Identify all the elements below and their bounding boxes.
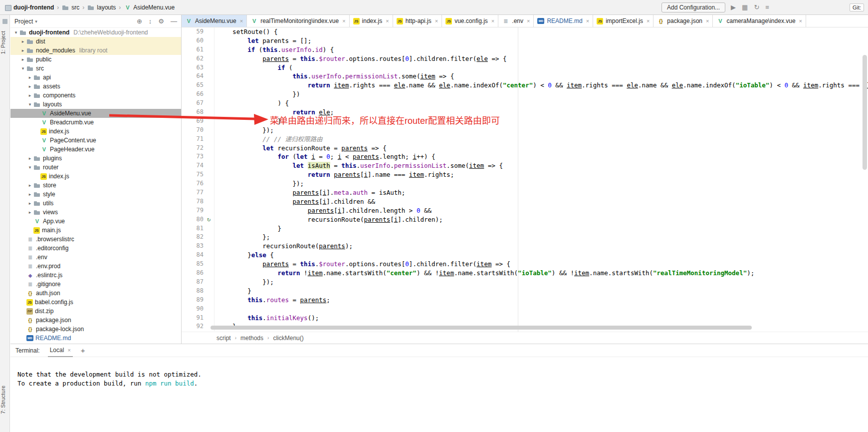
code-line[interactable]: 82 }; [182,233,868,242]
line-number[interactable]: 91 [182,314,204,323]
code-line[interactable]: 78 parents[i].children && [182,197,868,206]
line-number[interactable]: 67 [182,99,204,108]
tree-item-AsideMenu.vue[interactable]: AsideMenu.vue [10,109,181,118]
line-number[interactable]: 59 [182,27,204,36]
tree-item-package.json[interactable]: package.json [10,316,181,325]
code-line[interactable]: 68 return ele; [182,108,868,117]
event-log-icon[interactable]: ≡ [765,3,769,11]
code-line[interactable]: 75 return parents[i].name === item.right… [182,170,868,179]
project-tool-button[interactable]: 1: Project [0,31,10,54]
chevron-right-icon[interactable]: ▸ [26,201,33,206]
editor-tab-importExcel.js[interactable]: importExcel.js× [593,15,653,27]
line-number[interactable]: 62 [182,54,204,63]
code-line[interactable]: 70 }); [182,126,868,135]
code-line[interactable]: 77 parents[i].meta.auth = isAuth; [182,188,868,197]
editor-tab-package.json[interactable]: package.json× [653,15,713,27]
tree-item-main.js[interactable]: main.js [10,226,181,235]
tree-item-Breadcrumb.vue[interactable]: Breadcrumb.vue [10,118,181,127]
line-number[interactable]: 74 [182,161,204,170]
line-number[interactable]: 79 [182,206,204,215]
close-tab-icon[interactable]: × [586,18,589,24]
line-number[interactable]: 87 [182,278,204,287]
editor-breadcrumb-script[interactable]: script [217,335,231,342]
tree-item-package-lock.json[interactable]: package-lock.json [10,325,181,334]
update-project-icon[interactable]: ↻ [754,3,759,11]
code-line[interactable]: 74 let isAuth = this.userInfo.permission… [182,161,868,170]
code-line[interactable]: 86 return !item.name.startsWith("center"… [182,269,868,278]
chevron-right-icon[interactable]: ▸ [26,156,33,161]
editor-tab-realTimeMonitoring-index.vue[interactable]: realTimeMonitoring\index.vue× [247,15,349,27]
close-tab-icon[interactable]: × [240,18,243,24]
line-number[interactable]: 65 [182,81,204,90]
locate-icon[interactable]: ⊕ [137,17,142,25]
tree-item-babel.config.js[interactable]: babel.config.js [10,298,181,307]
tree-item-dist[interactable]: ▸dist [10,37,181,46]
structure-tool-button[interactable]: 7: Structure [0,386,10,414]
tree-item-.editorconfig[interactable]: .editorconfig [10,244,181,253]
line-number[interactable]: 81 [182,224,204,233]
tree-item-node_modules[interactable]: ▸node_moduleslibrary root [10,46,181,55]
line-number[interactable]: 69 [182,117,204,126]
terminal-tab-local[interactable]: Local × [48,344,73,357]
new-terminal-button[interactable]: + [81,346,85,355]
editor-tab-.env[interactable]: .env× [498,15,534,27]
chevron-down-icon[interactable]: ▾ [35,19,37,24]
code-line[interactable]: 64 this.userInfo.permissionList.some(ite… [182,72,868,81]
tree-item-src[interactable]: ▾src [10,64,181,73]
tree-item-PageContent.vue[interactable]: PageContent.vue [10,136,181,145]
code-line[interactable]: 81 } [182,224,868,233]
chevron-down-icon[interactable]: ▾ [19,66,26,71]
chevron-down-icon[interactable]: ▾ [12,30,19,35]
project-panel-title[interactable]: Project [14,18,33,25]
code-line[interactable]: 83 recursionRoute(parents); [182,242,868,251]
code-line[interactable]: 88 } [182,287,868,296]
line-number[interactable]: 80 [182,215,204,224]
close-tab-icon[interactable]: × [706,18,709,24]
breadcrumb-item-layouts[interactable]: layouts [87,4,116,11]
chevron-down-icon[interactable]: ▾ [26,165,33,170]
chevron-right-icon[interactable]: ▸ [26,192,33,197]
horizontal-scrollbar[interactable] [211,326,752,330]
editor-breadcrumb-clickMenu-[interactable]: clickMenu() [273,335,303,342]
line-number[interactable]: 70 [182,126,204,135]
code-line[interactable]: 67 ) { [182,99,868,108]
code-line[interactable]: 89 this.routes = parents; [182,296,868,305]
run-icon[interactable]: ▶ [731,3,736,11]
line-number[interactable]: 88 [182,287,204,296]
tree-item-index.js[interactable]: index.js [10,127,181,136]
chevron-right-icon[interactable]: ▸ [26,84,33,89]
tree-item-router[interactable]: ▾router [10,163,181,172]
tree-item-.eslintrc.js[interactable]: .eslintrc.js [10,271,181,280]
close-tab-icon[interactable]: × [435,18,438,24]
editor-tab-vue.config.js[interactable]: vue.config.js× [442,15,498,27]
breadcrumb-item-src[interactable]: src [62,4,79,11]
close-tab-icon[interactable]: × [491,18,494,24]
code-line[interactable]: 62 parents = this.$router.options.routes… [182,54,868,63]
chevron-right-icon[interactable]: ▸ [19,39,26,44]
code-line[interactable]: 80↻ recursionRoute(parents[i].children); [182,215,868,224]
tree-item-App.vue[interactable]: App.vue [10,217,181,226]
code-line[interactable]: 90 [182,305,868,314]
code-line[interactable]: 59 setRoute() { [182,27,868,36]
line-number[interactable]: 83 [182,242,204,251]
code-line[interactable]: 76 }); [182,179,868,188]
add-configuration-button[interactable]: Add Configuration... [661,2,725,12]
code-line[interactable]: 87 }); [182,278,868,287]
tree-item-utils[interactable]: ▸utils [10,199,181,208]
chevron-right-icon[interactable]: ▸ [26,210,33,215]
close-tab-icon[interactable]: × [799,18,802,24]
close-tab-icon[interactable]: × [67,347,70,353]
code-line[interactable]: 91 this.initialKeys(); [182,314,868,323]
tree-item-README.md[interactable]: README.md [10,334,181,343]
tree-item-views[interactable]: ▸views [10,208,181,217]
code-line[interactable]: 60 let parents = []; [182,36,868,45]
coverage-icon[interactable]: ▦ [742,3,748,11]
editor-tab-cameraManage-index.vue[interactable]: cameraManage\index.vue× [713,15,806,27]
terminal-output[interactable]: Note that the development build is not o… [10,357,868,388]
tree-item-dist.zip[interactable]: dist.zip [10,307,181,316]
chevron-right-icon[interactable]: ▸ [19,48,26,53]
tree-item-plugins[interactable]: ▸plugins [10,154,181,163]
editor-breadcrumb-methods[interactable]: methods [240,335,263,342]
tree-item-duoji-frontend[interactable]: ▾duoji-frontendD:\zheheWeb\duoji-fronten… [10,28,181,37]
breadcrumb-item-asidemenu.vue[interactable]: AsideMenu.vue [124,4,175,11]
